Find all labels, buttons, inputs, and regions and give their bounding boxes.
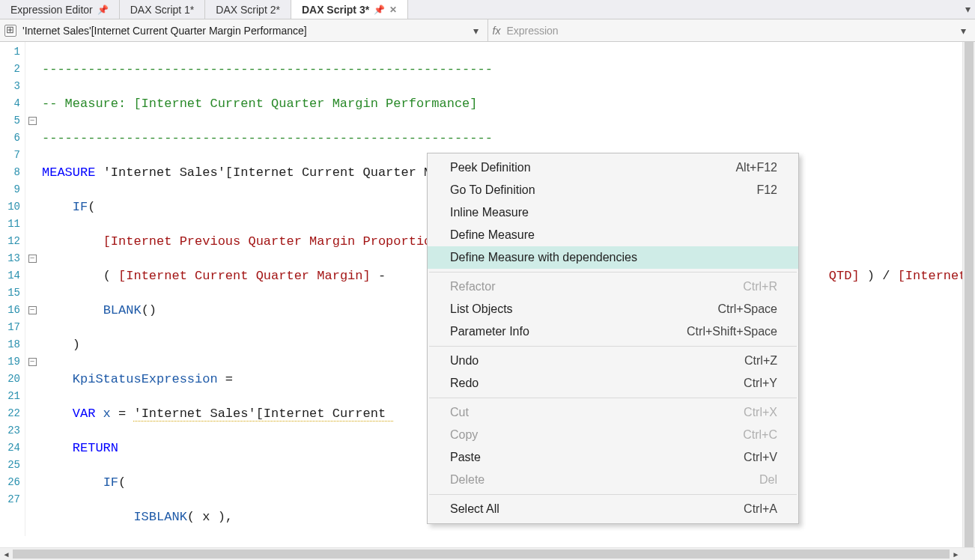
menu-item: CutCtrl+X — [428, 401, 798, 424]
tab-dax-script-3[interactable]: DAX Script 3* 📌 ✕ — [291, 0, 408, 19]
menu-item[interactable]: Peek DefinitionAlt+F12 — [428, 156, 798, 179]
menu-separator — [429, 346, 797, 347]
fold-toggle[interactable] — [25, 353, 39, 371]
menu-item-shortcut: Ctrl+A — [744, 502, 777, 516]
menu-item[interactable]: Parameter InfoCtrl+Shift+Space — [428, 320, 798, 343]
tab-label: Expression Editor — [10, 4, 93, 16]
tab-dax-script-1[interactable]: DAX Script 1* — [120, 0, 206, 19]
chevron-down-icon[interactable]: ▾ — [956, 25, 971, 37]
tab-bar: Expression Editor 📌 DAX Script 1* DAX Sc… — [0, 0, 975, 19]
menu-item-shortcut: Ctrl+X — [744, 406, 777, 419]
menu-item-shortcut: Ctrl+Y — [744, 377, 777, 390]
menu-item-shortcut: Ctrl+C — [743, 428, 777, 442]
menu-item-shortcut: Ctrl+V — [744, 451, 777, 464]
menu-item[interactable]: Inline Measure — [428, 201, 798, 224]
scrollbar-thumb[interactable] — [13, 550, 950, 559]
fold-toggle[interactable] — [25, 250, 39, 267]
menu-item-label: Inline Measure — [450, 206, 529, 219]
menu-item-label: List Objects — [450, 302, 513, 316]
menu-item-label: Select All — [450, 502, 499, 516]
scroll-right-button[interactable]: ► — [950, 548, 962, 560]
menu-item-label: Define Measure with dependencies — [450, 251, 637, 264]
menu-item: RefactorCtrl+R — [428, 276, 798, 298]
menu-item-label: Peek Definition — [450, 161, 531, 174]
menu-item-shortcut: Del — [759, 473, 777, 487]
menu-item-shortcut: F12 — [756, 183, 777, 197]
fold-gutter — [25, 42, 39, 536]
menu-item-shortcut: Ctrl+Space — [717, 302, 777, 316]
line-gutter: 1234567891011121314151617181920212223242… — [0, 42, 25, 536]
scroll-left-button[interactable]: ◄ — [0, 548, 13, 560]
scrollbar-thumb[interactable] — [965, 42, 974, 547]
menu-item-label: Parameter Info — [450, 325, 529, 338]
fx-icon: fx — [493, 25, 501, 37]
menu-item-shortcut: Ctrl+Z — [744, 354, 777, 368]
menu-item-label: Refactor — [450, 280, 495, 293]
menu-item-shortcut: Alt+F12 — [735, 161, 777, 174]
menu-item-label: Undo — [450, 354, 479, 368]
measure-icon — [4, 25, 16, 37]
menu-item-shortcut: Ctrl+R — [743, 280, 777, 293]
tab-label: DAX Script 3* — [302, 4, 369, 16]
menu-item-label: Define Measure — [450, 228, 535, 242]
menu-item[interactable]: List ObjectsCtrl+Space — [428, 298, 798, 320]
tab-expression-editor[interactable]: Expression Editor 📌 — [0, 0, 120, 19]
close-icon[interactable]: ✕ — [389, 4, 397, 15]
menu-item[interactable]: UndoCtrl+Z — [428, 350, 798, 372]
menu-item[interactable]: Define Measure with dependencies — [428, 246, 798, 269]
menu-item-label: Copy — [450, 428, 478, 442]
menu-item[interactable]: Select AllCtrl+A — [428, 498, 798, 520]
tab-label: DAX Script 2* — [216, 4, 280, 16]
menu-item: DeleteDel — [428, 469, 798, 491]
toolbar: 'Internet Sales'[Internet Current Quarte… — [0, 19, 975, 42]
context-menu: Peek DefinitionAlt+F12Go To DefinitionF1… — [427, 153, 799, 524]
fold-toggle[interactable] — [25, 112, 39, 130]
menu-item-label: Go To Definition — [450, 183, 535, 197]
expression-placeholder: Expression — [506, 25, 956, 37]
menu-item-label: Cut — [450, 406, 469, 419]
menu-item-shortcut: Ctrl+Shift+Space — [687, 325, 777, 338]
chevron-down-icon[interactable]: ▾ — [469, 25, 483, 37]
menu-item[interactable]: PasteCtrl+V — [428, 446, 798, 469]
menu-separator — [429, 272, 797, 273]
expression-box[interactable]: fx Expression ▾ — [488, 19, 976, 41]
pin-icon[interactable]: 📌 — [374, 4, 385, 15]
fold-toggle[interactable] — [25, 302, 39, 319]
menu-item: CopyCtrl+C — [428, 424, 798, 446]
menu-item[interactable]: Go To DefinitionF12 — [428, 179, 798, 201]
horizontal-scrollbar[interactable]: ◄ ► — [0, 547, 975, 560]
menu-item-label: Delete — [450, 473, 485, 487]
tab-overflow-icon[interactable]: ▾ — [965, 3, 971, 15]
menu-item[interactable]: Define Measure — [428, 224, 798, 246]
menu-separator — [429, 398, 797, 398]
menu-item-label: Paste — [450, 451, 481, 464]
vertical-scrollbar[interactable] — [962, 42, 975, 547]
measure-name: 'Internet Sales'[Internet Current Quarte… — [22, 25, 469, 37]
tab-dax-script-2[interactable]: DAX Script 2* — [205, 0, 291, 19]
menu-separator — [429, 494, 797, 495]
menu-item-label: Redo — [450, 377, 479, 390]
measure-selector[interactable]: 'Internet Sales'[Internet Current Quarte… — [0, 19, 488, 41]
pin-icon[interactable]: 📌 — [97, 4, 109, 15]
menu-item[interactable]: RedoCtrl+Y — [428, 372, 798, 395]
tab-label: DAX Script 1* — [130, 4, 195, 16]
